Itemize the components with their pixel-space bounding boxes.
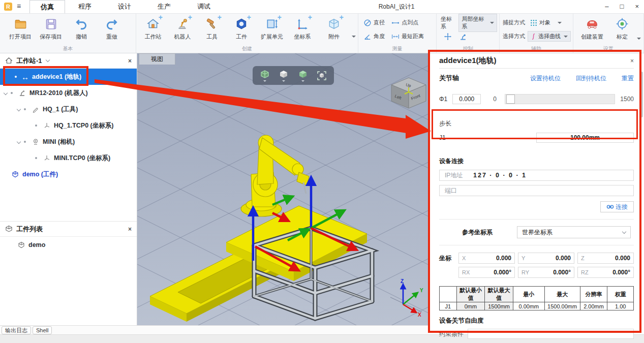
fit-view-button[interactable] <box>314 68 330 83</box>
undo-button[interactable]: 撤销 <box>66 15 97 41</box>
coord-x-input[interactable]: X0.000 <box>458 253 515 264</box>
properties-close-button[interactable]: × <box>630 57 634 65</box>
camera-icon <box>32 138 40 146</box>
tree-item-demo[interactable]: demo (工件) <box>0 166 137 182</box>
port-field[interactable]: 端口 <box>439 185 634 196</box>
menu-hamburger-icon[interactable]: ≡ <box>14 2 23 13</box>
save-project-button[interactable]: 保存项目 <box>36 15 66 41</box>
linear-axis-icon: ↔ <box>21 73 29 81</box>
select-mode-dropdown[interactable]: 选择曲线 <box>528 31 571 42</box>
connect-button[interactable]: 连接 <box>600 201 634 212</box>
tree-item-addevice1[interactable]: ↔ addevice1 (地轨) <box>0 69 137 85</box>
tree-item-hq1-tcp0[interactable]: HQ_1.TCP0 (坐标系) <box>0 117 137 134</box>
tree-item-mr12-2010[interactable]: MR12-2010 (机器人) <box>0 85 137 101</box>
open-project-button[interactable]: 打开项目 <box>5 15 36 41</box>
output-log-tab[interactable]: 输出日志 <box>2 326 31 334</box>
measure-angle-button[interactable]: 角度 <box>363 33 385 41</box>
snap-mode-label: 捕捉方式 <box>503 19 525 26</box>
select-mode-label: 选择方式 <box>503 33 525 40</box>
coord-rx-input[interactable]: RX0.000° <box>458 267 515 278</box>
tab-debug[interactable]: 调试 <box>184 0 224 13</box>
maximize-button[interactable]: □ <box>620 0 624 13</box>
create-tool-button[interactable]: + 工具 <box>197 15 227 41</box>
create-workstation-button[interactable]: + 工作站 <box>138 15 168 41</box>
create-robot-button[interactable]: + 机器人 <box>168 15 197 41</box>
viewport-3d-scene[interactable]: Z Y X Up Left Front <box>137 53 428 325</box>
chevron-down-icon <box>622 229 626 233</box>
redo-button[interactable]: 重做 <box>97 15 127 41</box>
snap-mode-dropdown[interactable]: 对象 <box>528 18 564 27</box>
ribbon-group-settings: 创建装置 标定 设置 <box>573 14 644 53</box>
svg-text:Z: Z <box>401 278 404 284</box>
ip-address-field[interactable]: IP地址 127 · 0 · 0 · 1 <box>439 170 634 181</box>
coord-y-input[interactable]: Y0.000 <box>518 253 574 264</box>
ip-value: 127 · 0 · 0 · 1 <box>473 172 527 179</box>
create-coord-frame-button[interactable]: + 坐标系 <box>288 15 317 41</box>
measure-diameter-button[interactable]: 直径 <box>363 19 385 27</box>
robot-jog-icon <box>459 33 467 41</box>
viewport-3d[interactable]: Z Y X Up Left Front 视图 <box>137 53 428 325</box>
wireframe-view-button[interactable] <box>257 68 273 83</box>
create-workpiece-button[interactable]: + 工件 <box>227 15 256 41</box>
measure-shortest-distance-button[interactable]: 最短距离 <box>391 33 424 41</box>
robot-jog-button[interactable] <box>459 33 467 41</box>
set-standby-link[interactable]: 设置待机位 <box>530 74 561 83</box>
create-extension-unit-button[interactable]: + 扩展单元 <box>256 15 288 41</box>
port-label: 端口 <box>445 186 473 195</box>
axis-value-input[interactable]: 0.000 <box>452 94 481 104</box>
shaded-view-button[interactable] <box>275 68 292 83</box>
tree-item-mini-tcp0[interactable]: MINI.TCP0 (坐标系) <box>0 150 137 166</box>
coord-ry-input[interactable]: RY0.000° <box>518 267 574 278</box>
coord-rz-input[interactable]: RZ0.000° <box>577 267 634 278</box>
snap-grid-icon <box>530 19 537 26</box>
coord-z-input[interactable]: Z0.000 <box>577 253 634 264</box>
divider <box>439 245 634 245</box>
tab-simulation[interactable]: 仿真 <box>29 0 65 13</box>
create-device-button[interactable]: 创建装置 <box>576 15 608 41</box>
viewport-tab[interactable]: 视图 <box>139 53 175 65</box>
close-button[interactable]: × <box>635 0 639 13</box>
station-panel-close-button[interactable]: × <box>128 57 132 65</box>
constraint-input[interactable] <box>468 329 634 339</box>
axis-slider[interactable] <box>505 94 615 104</box>
shell-tab[interactable]: Shell <box>33 326 52 334</box>
tree-item-mini[interactable]: MINI (相机) <box>0 134 137 150</box>
station-collapse-chevron-icon[interactable] <box>45 58 49 62</box>
create-attachment-button[interactable]: + 附件 <box>317 15 351 41</box>
return-standby-link[interactable]: 回到待机位 <box>576 74 606 83</box>
calibrate-dropdown-caret[interactable] <box>637 38 641 40</box>
expander-chevron-icon[interactable] <box>17 107 21 111</box>
folder-icon <box>13 16 28 32</box>
window-title: RobAI_设计1 <box>356 0 437 13</box>
joint-limits-table: 默认最小值 默认最大值 最小 最大 分辨率 权重 J1 0mm 1500mm 0… <box>439 286 634 310</box>
calibrate-button[interactable]: 标定 <box>609 15 635 41</box>
ribbon-group-basic: 打开项目 保存项目 撤销 重做 基本 <box>0 14 136 53</box>
svg-text:Y: Y <box>420 288 423 293</box>
tree-item-hq1[interactable]: HQ_1 (工具) <box>0 101 137 117</box>
step-value-input[interactable]: 100.00mm <box>536 133 634 143</box>
tab-design[interactable]: 设计 <box>105 0 144 13</box>
coordinates-label: 坐标 <box>439 254 455 263</box>
workpiece-item-demo[interactable]: demo <box>0 237 137 253</box>
attachment-dropdown-caret[interactable] <box>352 36 356 38</box>
attachment-cube-icon: + <box>326 16 342 32</box>
tcp-frame-icon <box>43 121 51 130</box>
expander-chevron-icon[interactable] <box>4 91 8 95</box>
expander-chevron-icon[interactable] <box>17 140 21 144</box>
workpiece-panel-close-button[interactable]: × <box>128 226 132 233</box>
step-section-title: 步长 <box>439 119 634 128</box>
fit-view-icon <box>317 71 327 81</box>
tab-program[interactable]: 程序 <box>65 0 105 13</box>
green-cube-icon <box>298 70 308 80</box>
axis-slider-handle[interactable] <box>506 95 515 104</box>
tab-production[interactable]: 生产 <box>144 0 184 13</box>
measure-point-to-point-button[interactable]: 点到点 <box>391 19 418 27</box>
move-control-button[interactable] <box>444 33 452 41</box>
app-logo[interactable]: R <box>4 3 12 11</box>
calibrate-target-icon <box>615 16 630 32</box>
reference-frame-select[interactable]: 世界坐标系 <box>517 226 631 238</box>
panel-scrollbar[interactable] <box>641 72 643 117</box>
reset-link[interactable]: 重置 <box>622 74 634 83</box>
solid-view-button[interactable] <box>295 68 311 83</box>
minimize-button[interactable]: – <box>605 0 608 13</box>
